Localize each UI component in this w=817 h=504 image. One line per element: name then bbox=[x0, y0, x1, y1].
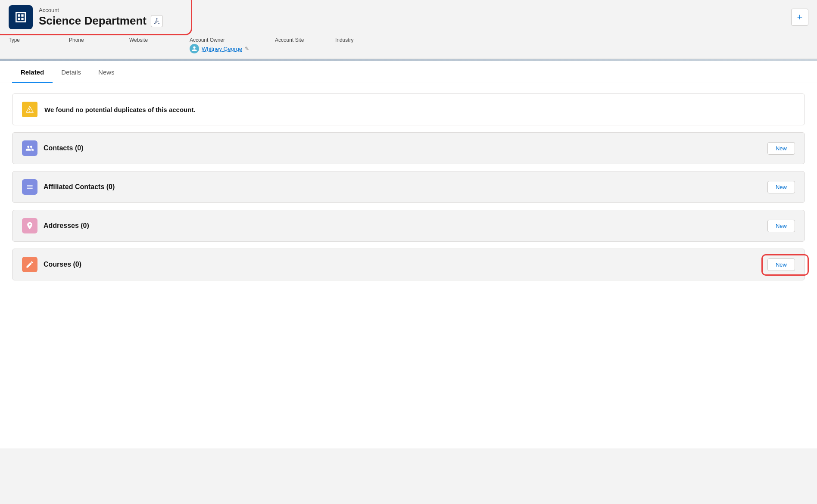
contacts-section-left: Contacts (0) bbox=[22, 140, 83, 156]
affiliated-svg-icon bbox=[25, 183, 34, 191]
hierarchy-button[interactable] bbox=[151, 15, 163, 27]
account-site-label: Account Site bbox=[275, 37, 309, 43]
owner-value-row: Whitney George ✎ bbox=[190, 44, 249, 53]
affiliated-title: Affiliated Contacts (0) bbox=[44, 183, 115, 191]
addresses-icon bbox=[22, 218, 37, 233]
tab-details[interactable]: Details bbox=[53, 61, 90, 83]
contacts-svg-icon bbox=[25, 144, 34, 152]
notice-icon bbox=[22, 102, 37, 117]
industry-field: Industry bbox=[335, 37, 370, 44]
tab-related[interactable]: Related bbox=[12, 61, 53, 83]
warning-icon bbox=[25, 105, 34, 114]
owner-edit-icon: ✎ bbox=[245, 46, 249, 52]
addresses-section-left: Addresses (0) bbox=[22, 218, 89, 233]
account-site-field: Account Site bbox=[275, 37, 309, 44]
website-field: Website bbox=[129, 37, 164, 44]
courses-icon bbox=[22, 257, 37, 272]
courses-title: Courses (0) bbox=[44, 261, 81, 268]
person-icon bbox=[191, 46, 197, 52]
affiliated-contacts-section: Affiliated Contacts (0) New bbox=[12, 171, 805, 203]
courses-new-button[interactable]: New bbox=[767, 258, 795, 271]
duplicate-notice: We found no potential duplicates of this… bbox=[12, 93, 805, 125]
account-title-area: Account Science Department bbox=[39, 7, 163, 28]
main-content: Related Details News We found no potenti… bbox=[0, 61, 817, 448]
account-object-label: Account bbox=[39, 7, 163, 13]
addresses-title: Addresses (0) bbox=[44, 222, 89, 230]
account-owner-field: Account Owner Whitney George ✎ bbox=[190, 37, 249, 53]
related-content-area: We found no potential duplicates of this… bbox=[0, 83, 817, 291]
phone-label: Phone bbox=[69, 37, 103, 43]
contacts-section: Contacts (0) New bbox=[12, 132, 805, 164]
courses-section-left: Courses (0) bbox=[22, 257, 81, 272]
account-identity: Account Science Department bbox=[9, 5, 163, 29]
tab-news[interactable]: News bbox=[90, 61, 123, 83]
industry-label: Industry bbox=[335, 37, 370, 43]
account-name: Science Department bbox=[39, 14, 147, 28]
addresses-svg-icon bbox=[25, 221, 34, 230]
affiliated-icon bbox=[22, 179, 37, 195]
building-icon bbox=[14, 10, 28, 24]
courses-svg-icon bbox=[25, 260, 34, 269]
hierarchy-icon bbox=[153, 18, 160, 25]
account-icon bbox=[9, 5, 33, 29]
header-meta: Type Phone Website Account Owner Whitney… bbox=[9, 34, 808, 59]
affiliated-new-button[interactable]: New bbox=[767, 181, 795, 193]
owner-name-link[interactable]: Whitney George bbox=[202, 46, 242, 52]
phone-field: Phone bbox=[69, 37, 103, 44]
website-label: Website bbox=[129, 37, 164, 43]
type-field: Type bbox=[9, 37, 43, 44]
contacts-new-button[interactable]: New bbox=[767, 142, 795, 155]
addresses-new-button[interactable]: New bbox=[767, 220, 795, 232]
contacts-icon bbox=[22, 140, 37, 156]
contacts-title: Contacts (0) bbox=[44, 144, 83, 152]
type-label: Type bbox=[9, 37, 43, 43]
tabs-bar: Related Details News bbox=[0, 61, 817, 83]
account-icon-wrapper bbox=[9, 5, 33, 29]
owner-avatar bbox=[190, 44, 199, 53]
notice-text: We found no potential duplicates of this… bbox=[44, 106, 196, 113]
add-button[interactable]: + bbox=[791, 9, 808, 26]
courses-btn-wrapper: New bbox=[767, 258, 795, 271]
addresses-section: Addresses (0) New bbox=[12, 210, 805, 242]
page-header: Account Science Department + Type Phone bbox=[0, 0, 817, 59]
courses-section: Courses (0) New bbox=[12, 249, 805, 280]
affiliated-section-left: Affiliated Contacts (0) bbox=[22, 179, 115, 195]
account-owner-label: Account Owner bbox=[190, 37, 249, 43]
